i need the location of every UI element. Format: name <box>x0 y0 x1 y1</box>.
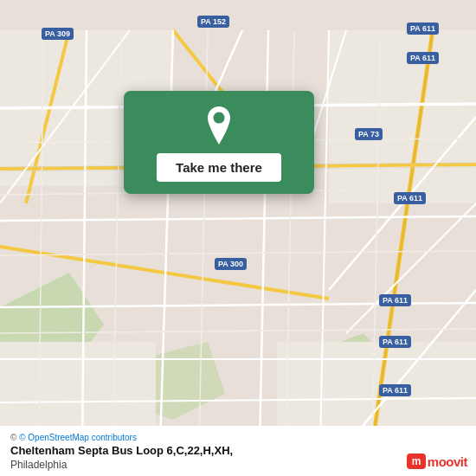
location-title: Cheltenham Septa Bus Loop 6,C,22,H,XH, <box>10 444 466 457</box>
osm-link[interactable]: © OpenStreetMap contributors <box>19 433 137 442</box>
moovit-logo: m moovit <box>407 453 467 469</box>
bottom-info-bar: © © OpenStreetMap contributors Cheltenha… <box>0 426 476 476</box>
location-subtitle: Philadelphia <box>10 459 466 471</box>
route-badge-pa611-tr: PA 611 <box>407 23 439 35</box>
take-me-there-button[interactable]: Take me there <box>157 153 281 182</box>
svg-rect-5 <box>329 30 476 203</box>
map-roads <box>0 0 476 476</box>
route-badge-pa611-l3: PA 611 <box>379 384 411 396</box>
route-badge-pa73: PA 73 <box>355 128 383 140</box>
location-pin-icon <box>200 106 238 145</box>
svg-point-40 <box>213 113 224 124</box>
moovit-icon: m <box>407 453 426 469</box>
copyright-symbol: © <box>10 433 16 442</box>
svg-text:m: m <box>411 455 421 467</box>
route-badge-pa611-tr2: PA 611 <box>407 52 439 64</box>
route-badge-pa611-l1: PA 611 <box>379 294 411 306</box>
route-badge-pa611-mr: PA 611 <box>394 192 426 204</box>
route-badge-pa152: PA 152 <box>197 16 229 28</box>
map-container: PA 309 PA 152 PA 611 PA 611 PA 73 PA 611… <box>0 0 476 476</box>
osm-attribution: © © OpenStreetMap contributors <box>10 433 466 442</box>
moovit-brand-text: moovit <box>428 454 467 469</box>
route-badge-pa309: PA 309 <box>42 28 74 40</box>
route-badge-pa300: PA 300 <box>215 258 247 270</box>
action-card: Take me there <box>124 91 314 194</box>
route-badge-pa611-l2: PA 611 <box>379 336 411 348</box>
